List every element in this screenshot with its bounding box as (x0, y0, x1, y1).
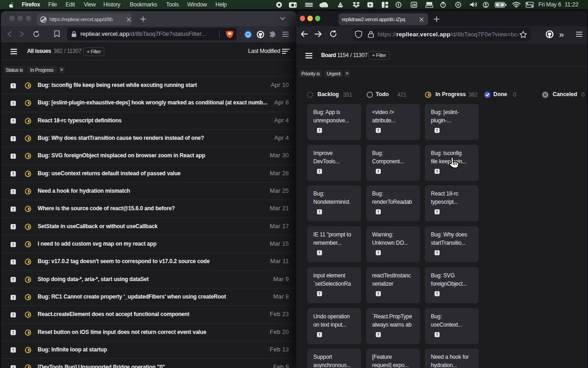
svg-text:29: 29 (412, 3, 416, 7)
